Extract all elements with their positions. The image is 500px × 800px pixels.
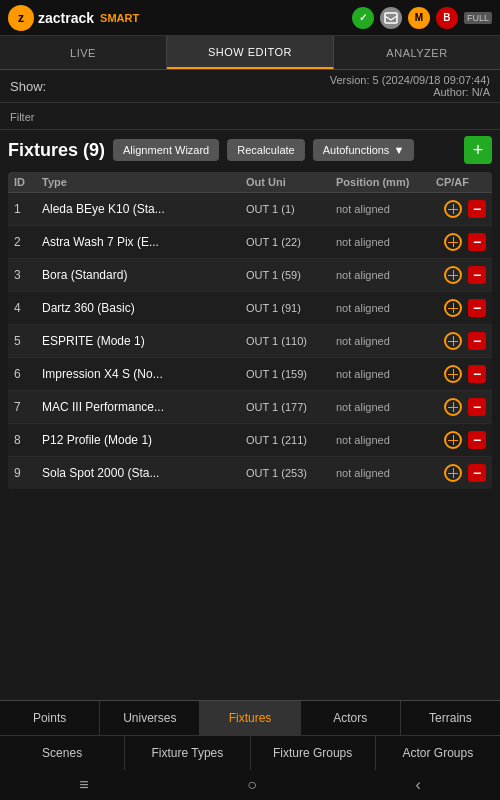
crosshair-button[interactable] (442, 198, 464, 220)
cell-id: 5 (14, 334, 42, 348)
back-button[interactable]: ‹ (415, 776, 420, 794)
table-row[interactable]: 9 Sola Spot 2000 (Sta... OUT 1 (253) not… (8, 457, 492, 489)
crosshair-icon (444, 464, 462, 482)
cell-position: not aligned (336, 434, 436, 446)
show-label: Show: (10, 79, 46, 94)
cell-position: not aligned (336, 335, 436, 347)
autofunctions-button[interactable]: Autofunctions ▼ (313, 139, 415, 161)
bottom-nav-item[interactable]: Universes (100, 701, 200, 735)
crosshair-icon (444, 233, 462, 251)
logo-area: z zactrack SMART (8, 5, 139, 31)
remove-fixture-button[interactable]: − (468, 365, 486, 383)
col-position: Position (mm) (336, 176, 436, 188)
cell-out-uni: OUT 1 (91) (246, 302, 336, 314)
cell-position: not aligned (336, 269, 436, 281)
crosshair-button[interactable] (442, 231, 464, 253)
remove-fixture-button[interactable]: − (468, 464, 486, 482)
home-button[interactable]: ○ (247, 776, 257, 794)
cell-type: Sola Spot 2000 (Sta... (42, 466, 246, 480)
col-type: Type (42, 176, 246, 188)
table-row[interactable]: 7 MAC III Performance... OUT 1 (177) not… (8, 391, 492, 424)
bottom-nav-item[interactable]: Terrains (401, 701, 500, 735)
crosshair-icon (444, 332, 462, 350)
cell-type: Impression X4 S (No... (42, 367, 246, 381)
table-row[interactable]: 4 Dartz 360 (Basic) OUT 1 (91) not align… (8, 292, 492, 325)
remove-fixture-button[interactable]: − (468, 431, 486, 449)
bottom-nav-item[interactable]: Fixture Groups (251, 736, 376, 770)
cell-out-uni: OUT 1 (22) (246, 236, 336, 248)
col-cpaf: CP/AF (436, 176, 486, 188)
svg-rect-0 (385, 13, 397, 23)
bottom-nav-item[interactable]: Fixture Types (125, 736, 250, 770)
crosshair-button[interactable] (442, 330, 464, 352)
crosshair-icon (444, 266, 462, 284)
bottom-nav-item[interactable]: Actors (301, 701, 401, 735)
crosshair-button[interactable] (442, 429, 464, 451)
menu-button[interactable]: ≡ (79, 776, 88, 794)
fixtures-header: Fixtures (9) Alignment Wizard Recalculat… (8, 136, 492, 164)
remove-fixture-button[interactable]: − (468, 332, 486, 350)
alignment-wizard-button[interactable]: Alignment Wizard (113, 139, 219, 161)
remove-fixture-button[interactable]: − (468, 266, 486, 284)
table-header: ID Type Out Uni Position (mm) CP/AF (8, 172, 492, 193)
cell-out-uni: OUT 1 (159) (246, 368, 336, 380)
cell-id: 1 (14, 202, 42, 216)
crosshair-button[interactable] (442, 363, 464, 385)
remove-fixture-button[interactable]: − (468, 200, 486, 218)
cell-id: 2 (14, 235, 42, 249)
cell-id: 8 (14, 433, 42, 447)
table-row[interactable]: 6 Impression X4 S (No... OUT 1 (159) not… (8, 358, 492, 391)
table-row[interactable]: 2 Astra Wash 7 Pix (E... OUT 1 (22) not … (8, 226, 492, 259)
crosshair-icon (444, 431, 462, 449)
cell-type: P12 Profile (Mode 1) (42, 433, 246, 447)
table-row[interactable]: 3 Bora (Standard) OUT 1 (59) not aligned… (8, 259, 492, 292)
crosshair-icon (444, 200, 462, 218)
remove-fixture-button[interactable]: − (468, 233, 486, 251)
crosshair-button[interactable] (442, 297, 464, 319)
brand-name: zactrack (38, 10, 94, 26)
crosshair-button[interactable] (442, 462, 464, 484)
tab-live[interactable]: LIVE (0, 36, 167, 69)
bottom-nav-item[interactable]: Points (0, 701, 100, 735)
crosshair-button[interactable] (442, 264, 464, 286)
bottom-nav-rows: PointsUniversesFixturesActorsTerrains Sc… (0, 701, 500, 770)
bottom-nav-item[interactable]: Scenes (0, 736, 125, 770)
cell-id: 6 (14, 367, 42, 381)
col-id: ID (14, 176, 42, 188)
cell-actions: − (436, 198, 486, 220)
fixtures-table: ID Type Out Uni Position (mm) CP/AF 1 Al… (8, 172, 492, 489)
cell-type: Dartz 360 (Basic) (42, 301, 246, 315)
table-row[interactable]: 1 Aleda BEye K10 (Sta... OUT 1 (1) not a… (8, 193, 492, 226)
cell-actions: − (436, 429, 486, 451)
nav-tabs: LIVE SHOW EDITOR ANALYZER (0, 36, 500, 70)
chevron-down-icon: ▼ (393, 144, 404, 156)
cell-id: 4 (14, 301, 42, 315)
table-row[interactable]: 5 ESPRITE (Mode 1) OUT 1 (110) not align… (8, 325, 492, 358)
bottom-nav-item[interactable]: Fixtures (200, 701, 300, 735)
show-version: Version: 5 (2024/09/18 09:07:44) Author:… (330, 74, 490, 98)
full-badge: FULL (464, 12, 492, 24)
status-b: B (436, 7, 458, 29)
cell-type: ESPRITE (Mode 1) (42, 334, 246, 348)
remove-fixture-button[interactable]: − (468, 299, 486, 317)
show-bar: Show: Version: 5 (2024/09/18 09:07:44) A… (0, 70, 500, 103)
cell-id: 7 (14, 400, 42, 414)
status-m1: M (408, 7, 430, 29)
add-fixture-button[interactable]: + (464, 136, 492, 164)
system-bar: ≡ ○ ‹ (0, 770, 500, 800)
remove-fixture-button[interactable]: − (468, 398, 486, 416)
cell-type: Aleda BEye K10 (Sta... (42, 202, 246, 216)
bottom-nav-row-2: ScenesFixture TypesFixture GroupsActor G… (0, 736, 500, 770)
bottom-nav-item[interactable]: Actor Groups (376, 736, 500, 770)
header-icons: ✓ M B FULL (352, 7, 492, 29)
cell-position: not aligned (336, 368, 436, 380)
tab-analyzer[interactable]: ANALYZER (334, 36, 500, 69)
crosshair-button[interactable] (442, 396, 464, 418)
cell-actions: − (436, 330, 486, 352)
cell-actions: − (436, 297, 486, 319)
status-m-icon (380, 7, 402, 29)
table-row[interactable]: 8 P12 Profile (Mode 1) OUT 1 (211) not a… (8, 424, 492, 457)
tab-show-editor[interactable]: SHOW EDITOR (167, 36, 334, 69)
logo-icon: z (8, 5, 34, 31)
recalculate-button[interactable]: Recalculate (227, 139, 304, 161)
